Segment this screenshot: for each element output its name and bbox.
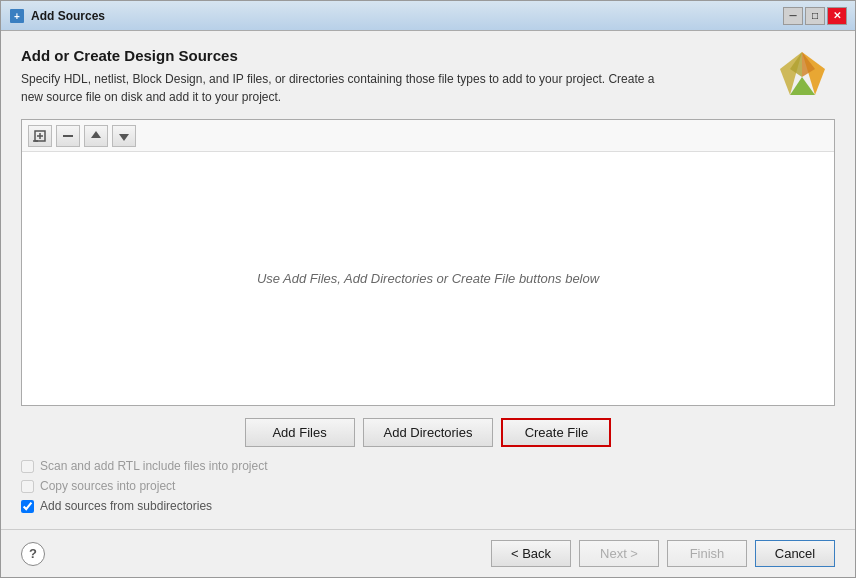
add-subdirs-row: Add sources from subdirectories (21, 499, 835, 513)
cancel-button[interactable]: Cancel (755, 540, 835, 567)
help-button[interactable]: ? (21, 542, 45, 566)
action-buttons: Add Files Add Directories Create File (21, 418, 835, 447)
close-button[interactable]: ✕ (827, 7, 847, 25)
window-title: Add Sources (31, 9, 105, 23)
finish-button[interactable]: Finish (667, 540, 747, 567)
add-directories-button[interactable]: Add Directories (363, 418, 494, 447)
title-bar-left: + Add Sources (9, 8, 105, 24)
svg-marker-13 (119, 134, 129, 141)
scan-rtl-checkbox[interactable] (21, 460, 34, 473)
move-up-button[interactable] (84, 125, 108, 147)
page-title: Add or Create Design Sources (21, 47, 775, 64)
header-section: Add or Create Design Sources Specify HDL… (21, 47, 835, 107)
svg-marker-12 (91, 131, 101, 138)
add-subdirs-checkbox[interactable] (21, 500, 34, 513)
bottom-bar: ? < Back Next > Finish Cancel (1, 529, 855, 577)
maximize-button[interactable]: □ (805, 7, 825, 25)
remove-file-button[interactable] (56, 125, 80, 147)
empty-message: Use Add Files, Add Directories or Create… (257, 271, 599, 286)
minimize-button[interactable]: ─ (783, 7, 803, 25)
copy-sources-checkbox[interactable] (21, 480, 34, 493)
window-icon: + (9, 8, 25, 24)
bottom-left: ? (21, 542, 45, 566)
next-button[interactable]: Next > (579, 540, 659, 567)
files-panel: Use Add Files, Add Directories or Create… (21, 119, 835, 406)
svg-text:+: + (14, 11, 20, 22)
options-section: Scan and add RTL include files into proj… (21, 459, 835, 513)
title-bar: + Add Sources ─ □ ✕ (1, 1, 855, 31)
files-content: Use Add Files, Add Directories or Create… (22, 152, 834, 405)
scan-rtl-row: Scan and add RTL include files into proj… (21, 459, 835, 473)
copy-sources-row: Copy sources into project (21, 479, 835, 493)
page-description: Specify HDL, netlist, Block Design, and … (21, 70, 671, 106)
create-file-button[interactable]: Create File (501, 418, 611, 447)
move-down-button[interactable] (112, 125, 136, 147)
add-files-button[interactable]: Add Files (245, 418, 355, 447)
toolbar (22, 120, 834, 152)
window-controls: ─ □ ✕ (783, 7, 847, 25)
add-file-button[interactable] (28, 125, 52, 147)
header-text: Add or Create Design Sources Specify HDL… (21, 47, 775, 106)
add-subdirs-label: Add sources from subdirectories (40, 499, 212, 513)
copy-sources-label: Copy sources into project (40, 479, 175, 493)
scan-rtl-label: Scan and add RTL include files into proj… (40, 459, 267, 473)
back-button[interactable]: < Back (491, 540, 571, 567)
logo (775, 47, 835, 107)
bottom-right: < Back Next > Finish Cancel (491, 540, 835, 567)
content-area: Add or Create Design Sources Specify HDL… (1, 31, 855, 529)
main-window: + Add Sources ─ □ ✕ Add or Create Design… (0, 0, 856, 578)
